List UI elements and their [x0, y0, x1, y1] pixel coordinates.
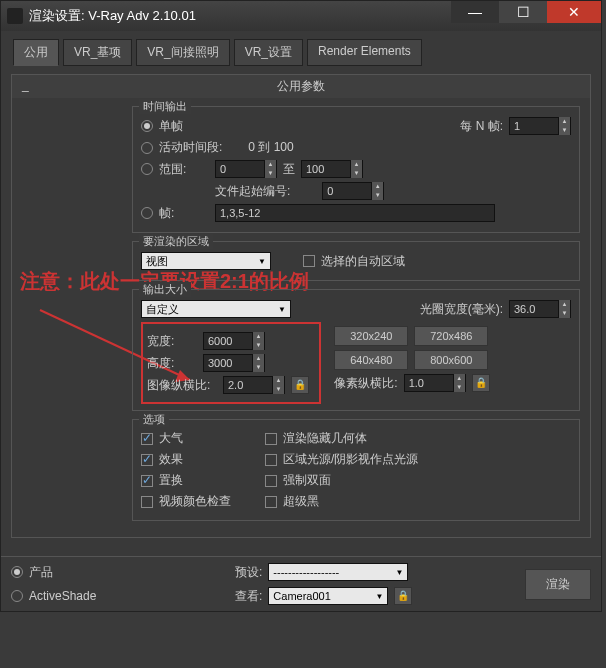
radio-product[interactable] — [11, 566, 23, 578]
displacement-checkbox[interactable] — [141, 475, 153, 487]
preset-dropdown[interactable]: ------------------▼ — [268, 563, 408, 581]
file-start-spinner[interactable]: ▲▼ — [322, 182, 384, 200]
time-output-section: 时间输出 单帧 每 N 帧: ▲▼ 活动时间段: — [132, 106, 580, 233]
tab-vr-indirect[interactable]: VR_间接照明 — [136, 39, 229, 66]
aperture-spinner[interactable]: ▲▼ — [509, 300, 571, 318]
effects-checkbox[interactable] — [141, 454, 153, 466]
px-aspect-spinner[interactable]: ▲▼ — [404, 374, 466, 392]
preset-320x240[interactable]: 320x240 — [334, 326, 408, 346]
super-black-checkbox[interactable] — [265, 496, 277, 508]
maximize-button[interactable]: ☐ — [499, 1, 547, 23]
titlebar[interactable]: 渲染设置: V-Ray Adv 2.10.01 — ☐ ✕ — [1, 1, 601, 31]
chevron-down-icon: ▼ — [375, 592, 383, 601]
radio-frames[interactable] — [141, 207, 153, 219]
render-hidden-checkbox[interactable] — [265, 433, 277, 445]
area-lights-checkbox[interactable] — [265, 454, 277, 466]
render-button[interactable]: 渲染 — [525, 569, 591, 600]
tab-vr-basic[interactable]: VR_基项 — [63, 39, 132, 66]
every-n-spinner[interactable]: ▲▼ — [509, 117, 571, 135]
tab-common[interactable]: 公用 — [13, 39, 59, 66]
tab-bar: 公用 VR_基项 VR_间接照明 VR_设置 Render Elements — [1, 31, 601, 66]
preset-720x486[interactable]: 720x486 — [414, 326, 488, 346]
chevron-down-icon: ▼ — [258, 257, 266, 266]
chevron-down-icon: ▼ — [395, 568, 403, 577]
auto-region-checkbox[interactable] — [303, 255, 315, 267]
px-aspect-lock[interactable]: 🔒 — [472, 374, 490, 392]
range-to-spinner[interactable]: ▲▼ — [301, 160, 363, 178]
viewport-dropdown[interactable]: Camera001▼ — [268, 587, 388, 605]
atmosphere-checkbox[interactable] — [141, 433, 153, 445]
radio-activeshade[interactable] — [11, 590, 23, 602]
minimize-button[interactable]: — — [451, 1, 499, 23]
close-button[interactable]: ✕ — [547, 1, 601, 23]
output-size-section: 输出大小 自定义▼ 光圈宽度(毫米): ▲▼ — [132, 289, 580, 411]
highlighted-box: 宽度: ▲▼ 高度: ▲▼ — [141, 322, 321, 404]
img-aspect-lock[interactable]: 🔒 — [291, 376, 309, 394]
viewport-lock[interactable]: 🔒 — [394, 587, 412, 605]
video-color-checkbox[interactable] — [141, 496, 153, 508]
height-spinner[interactable]: ▲▼ — [203, 354, 265, 372]
preset-640x480[interactable]: 640x480 — [334, 350, 408, 370]
content: _ 公用参数 时间输出 单帧 每 N 帧: ▲▼ — [1, 66, 601, 556]
radio-active-segment[interactable] — [141, 142, 153, 154]
preset-800x600[interactable]: 800x600 — [414, 350, 488, 370]
app-icon — [7, 8, 23, 24]
footer: 产品 预设: ------------------▼ ActiveShade 查… — [1, 556, 601, 611]
group-title[interactable]: _ 公用参数 — [12, 75, 590, 98]
range-from-spinner[interactable]: ▲▼ — [215, 160, 277, 178]
render-settings-window: 渲染设置: V-Ray Adv 2.10.01 — ☐ ✕ 公用 VR_基项 V… — [0, 0, 602, 612]
tab-render-elements[interactable]: Render Elements — [307, 39, 422, 66]
common-params-group: _ 公用参数 时间输出 单帧 每 N 帧: ▲▼ — [11, 74, 591, 538]
two-sided-checkbox[interactable] — [265, 475, 277, 487]
img-aspect-spinner[interactable]: ▲▼ — [223, 376, 285, 394]
radio-single-frame[interactable] — [141, 120, 153, 132]
output-size-dropdown[interactable]: 自定义▼ — [141, 300, 291, 318]
tab-vr-settings[interactable]: VR_设置 — [234, 39, 303, 66]
collapse-icon[interactable]: _ — [22, 78, 29, 92]
options-section: 选项 大气 渲染隐藏几何体 效果 区域光源/阴影视作点光源 — [132, 419, 580, 521]
radio-range[interactable] — [141, 163, 153, 175]
window-title: 渲染设置: V-Ray Adv 2.10.01 — [29, 7, 451, 25]
chevron-down-icon: ▼ — [278, 305, 286, 314]
frames-input[interactable] — [215, 204, 495, 222]
width-spinner[interactable]: ▲▼ — [203, 332, 265, 350]
